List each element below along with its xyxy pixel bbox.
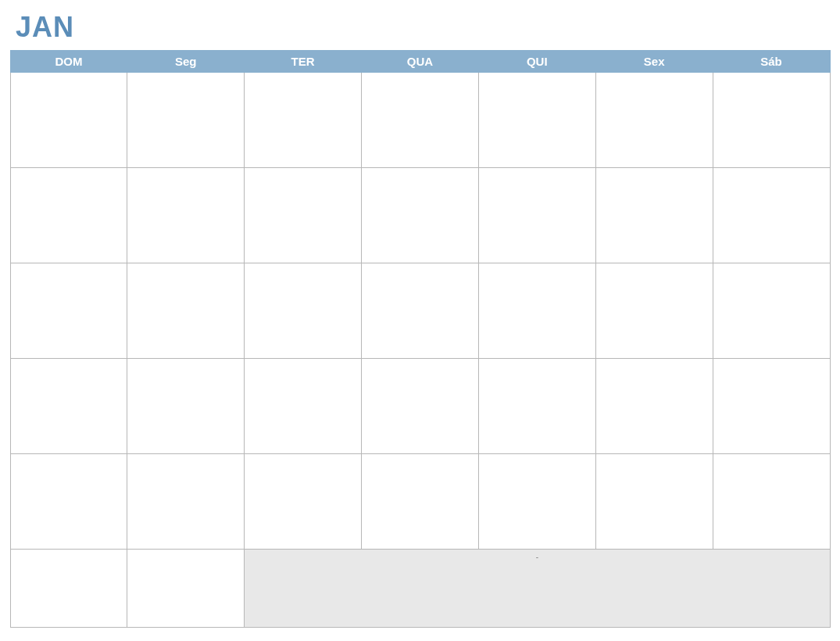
weekday-header-tuesday: TER xyxy=(245,51,362,73)
weekday-header-friday: Sex xyxy=(595,51,713,73)
calendar-cell[interactable] xyxy=(713,359,830,454)
calendar-cell[interactable] xyxy=(478,73,595,168)
calendar-cell[interactable] xyxy=(245,263,362,359)
calendar-cell[interactable] xyxy=(478,263,595,359)
calendar-cell[interactable] xyxy=(478,359,595,454)
calendar-cell[interactable] xyxy=(362,73,479,168)
calendar-cell[interactable] xyxy=(10,359,127,454)
calendar-cell[interactable] xyxy=(127,359,245,454)
calendar-row xyxy=(10,263,830,359)
calendar-cell[interactable] xyxy=(595,359,713,454)
calendar-cell[interactable] xyxy=(245,73,362,168)
calendar-cell[interactable] xyxy=(245,168,362,263)
calendar-cell[interactable] xyxy=(478,168,595,263)
calendar-row xyxy=(10,168,830,263)
calendar-cell[interactable] xyxy=(10,168,127,263)
calendar-cell[interactable] xyxy=(127,263,245,359)
calendar-cell[interactable] xyxy=(127,73,245,168)
calendar-cell[interactable] xyxy=(713,73,830,168)
calendar-cell[interactable] xyxy=(10,73,127,168)
month-title: JAN xyxy=(8,8,832,50)
calendar-cell[interactable] xyxy=(127,168,245,263)
calendar-cell[interactable] xyxy=(478,454,595,550)
calendar-cell[interactable] xyxy=(245,359,362,454)
calendar-cell[interactable] xyxy=(362,454,479,550)
calendar-cell[interactable] xyxy=(595,73,713,168)
calendar-table: DOM Seg TER QUA QUI Sex Sáb xyxy=(10,50,831,628)
calendar-cell[interactable] xyxy=(362,168,479,263)
calendar-cell[interactable] xyxy=(127,550,245,628)
calendar-cell[interactable] xyxy=(713,454,830,550)
weekday-header-sunday: DOM xyxy=(10,51,127,73)
calendar-cell[interactable] xyxy=(127,454,245,550)
calendar-cell[interactable] xyxy=(713,263,830,359)
calendar-row xyxy=(10,454,830,550)
weekday-header-saturday: Sáb xyxy=(713,51,830,73)
calendar-row xyxy=(10,359,830,454)
notes-cell[interactable]: - xyxy=(245,550,830,628)
calendar-cell[interactable] xyxy=(245,454,362,550)
weekday-header-monday: Seg xyxy=(127,51,245,73)
calendar-cell[interactable] xyxy=(595,263,713,359)
weekday-header-wednesday: QUA xyxy=(362,51,479,73)
weekday-header-row: DOM Seg TER QUA QUI Sex Sáb xyxy=(10,51,830,73)
calendar-cell[interactable] xyxy=(10,263,127,359)
calendar-cell[interactable] xyxy=(595,168,713,263)
calendar-cell[interactable] xyxy=(362,263,479,359)
calendar-cell[interactable] xyxy=(713,168,830,263)
calendar-row: - xyxy=(10,550,830,628)
calendar-cell[interactable] xyxy=(595,454,713,550)
calendar-cell[interactable] xyxy=(10,454,127,550)
calendar-row xyxy=(10,73,830,168)
calendar-cell[interactable] xyxy=(362,359,479,454)
weekday-header-thursday: QUI xyxy=(478,51,595,73)
calendar-cell[interactable] xyxy=(10,550,127,628)
